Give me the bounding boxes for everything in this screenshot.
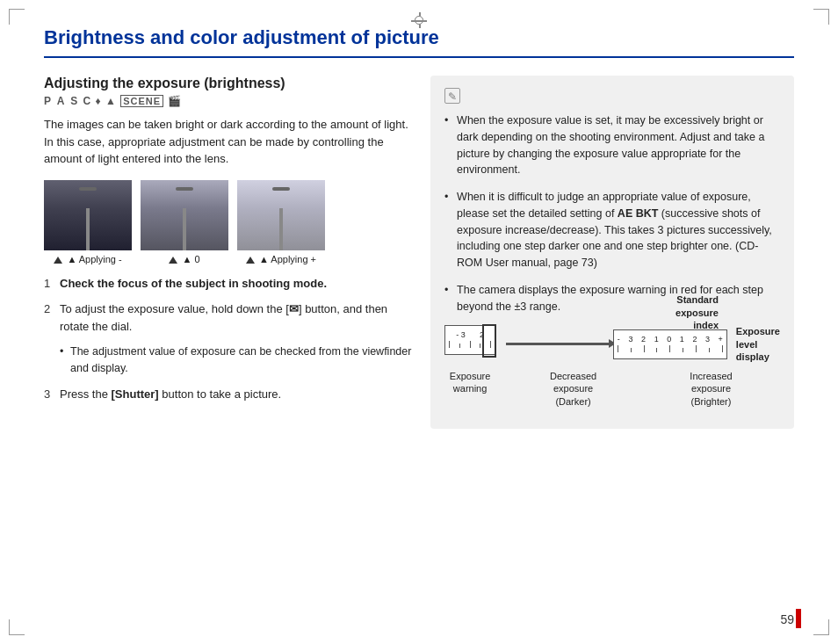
triangle-icon-plus: [246, 257, 255, 264]
exposure-level-display-label: Exposureleveldisplay: [736, 325, 780, 363]
rtick-5: [669, 345, 670, 352]
label-normal: ▲ 0: [169, 254, 199, 264]
page-number: 59: [780, 612, 794, 626]
label-applying-minus: ▲ Applying -: [54, 254, 121, 264]
image-normal: ▲ 0: [141, 180, 228, 264]
tick-2: [459, 344, 460, 348]
note-header: ✎: [444, 88, 780, 104]
label-applying-plus: ▲ Applying +: [246, 254, 316, 264]
rn-3: 3: [628, 335, 632, 344]
rtick-4: [656, 348, 657, 352]
tick-1: [449, 341, 450, 348]
right-scale-nums: - 3 2 1 0 1 2 3 +: [614, 335, 726, 344]
rtick-9: [722, 345, 723, 352]
highlight-box: [482, 324, 496, 358]
page-title: Brightness and color adjustment of pictu…: [44, 26, 794, 58]
page-container: Brightness and color adjustment of pictu…: [0, 0, 838, 644]
right-bullets-list: When the exposure value is set, it may b…: [444, 112, 780, 315]
image-applying-minus: ▲ Applying -: [44, 180, 132, 264]
step-2: 2 To adjust the exposure value, hold dow…: [44, 300, 413, 335]
lamp-top-bright: [272, 187, 290, 191]
step-2-sub-text: The adjustment value of exposure can be …: [70, 345, 411, 374]
mode-icons: C ♦ ▲: [83, 95, 121, 107]
exposure-warning-label: Exposurewarning: [444, 370, 495, 408]
right-scale-ticks: [614, 344, 726, 354]
step-num-1: 1: [44, 275, 50, 293]
triangle-icon-normal: [169, 257, 177, 264]
increased-exposure-label: Increasedexposure(Brighter): [642, 370, 780, 408]
decreased-exposure-label: Decreasedexposure(Darker): [504, 370, 642, 408]
mode-line: P A S C ♦ ▲ SCENE 🎬: [44, 95, 413, 107]
intro-text: The images can be taken bright or dark a…: [44, 116, 413, 168]
steps-list: 1 Check the focus of the subject in shoo…: [44, 275, 413, 403]
bullet-2: When it is difficult to judge an appropr…: [444, 189, 780, 271]
step-2-sub: The adjustment value of exposure can be …: [44, 344, 413, 377]
decreased-increased-labels: Decreasedexposure(Darker) Increasedexpos…: [504, 370, 780, 408]
mode-scene: SCENE: [120, 95, 163, 107]
exposure-diagram: - 3 2: [444, 325, 780, 416]
triangle-icon-minus: [54, 257, 62, 264]
horizontal-arrow: [506, 343, 610, 345]
bullet-3: The camera displays the exposure warning…: [444, 282, 780, 315]
mode-chars: P A S: [44, 95, 79, 107]
rn-p3: 3: [705, 335, 710, 344]
right-scale-area: Standardexposureindex - 3: [506, 325, 780, 363]
note-icon: ✎: [444, 88, 460, 104]
lamp-line-dark: [86, 208, 90, 250]
left-num-3: - 3: [456, 330, 466, 339]
standard-exposure-index-label: Standardexposureindex: [675, 293, 719, 331]
page-number-bar: [796, 609, 801, 628]
images-row: ▲ Applying - ▲ 0: [44, 180, 413, 264]
lamp-line-bright: [279, 208, 283, 250]
lamp-line-normal: [183, 208, 186, 250]
rtick-3: [644, 345, 645, 352]
right-column: ✎ When the exposure value is set, it may…: [430, 76, 794, 429]
step-3-text: Press the [Shutter] button to take a pic…: [60, 387, 281, 401]
rtick-2: [631, 348, 632, 352]
step-num-3: 3: [44, 386, 50, 403]
rtick-8: [709, 348, 710, 352]
rtick-6: [683, 348, 683, 352]
rn-p1: 1: [680, 335, 684, 344]
left-scale-block: - 3 2: [444, 325, 495, 355]
step-num-2: 2: [44, 300, 50, 318]
rn-0: 0: [667, 335, 671, 344]
bullet-1: When the exposure value is set, it may b…: [444, 112, 780, 178]
mode-extra: 🎬: [168, 95, 182, 107]
rtick-7: [696, 345, 697, 352]
lamp-top-dark: [79, 187, 97, 191]
arrow-scale-row: - 3 2 1 0 1 2 3 +: [506, 325, 780, 363]
step-1: 1 Check the focus of the subject in shoo…: [44, 275, 413, 293]
left-column: Adjusting the exposure (brightness) P A …: [44, 76, 413, 429]
two-column-layout: Adjusting the exposure (brightness) P A …: [44, 76, 794, 429]
right-scale-box: - 3 2 1 0 1 2 3 +: [613, 329, 727, 359]
tick-4: [480, 344, 480, 348]
rn-minus: -: [618, 335, 620, 344]
left-scale-box: - 3 2: [444, 325, 495, 355]
step-2-text: To adjust the exposure value, hold down …: [60, 302, 387, 333]
rn-p2: 2: [692, 335, 697, 344]
section-title: Adjusting the exposure (brightness): [44, 76, 413, 91]
rn-2: 2: [641, 335, 646, 344]
rn-plus: +: [719, 335, 723, 344]
rtick-1: [618, 345, 618, 352]
rn-1: 1: [654, 335, 659, 344]
photo-normal: [141, 180, 228, 250]
image-applying-plus: ▲ Applying +: [237, 180, 325, 264]
step-1-text: Check the focus of the subject in shooti…: [60, 277, 327, 290]
below-diagram-labels: Exposurewarning Decreasedexposure(Darker…: [444, 370, 780, 408]
lamp-top-normal: [176, 187, 193, 191]
tick-3: [470, 341, 471, 348]
photo-dark: [44, 180, 132, 250]
photo-bright: [237, 180, 325, 250]
step-3: 3 Press the [Shutter] button to take a p…: [44, 386, 413, 403]
